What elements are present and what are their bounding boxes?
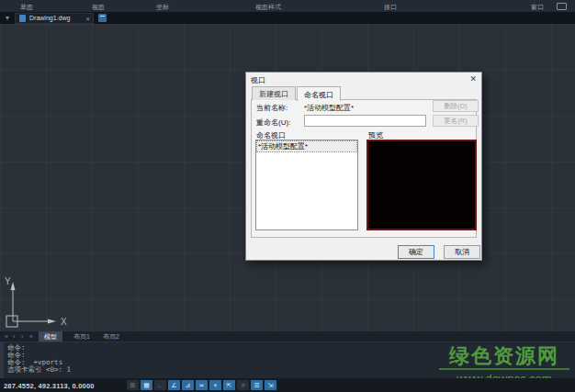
first-tab-nav-icon[interactable]: «	[5, 331, 8, 342]
last-tab-nav-icon[interactable]: »	[29, 331, 33, 342]
next-tab-nav-icon[interactable]: ›	[21, 331, 23, 342]
otrack-icon[interactable]: ≍	[196, 380, 208, 390]
current-name-value: *活动模型配置*	[304, 103, 354, 113]
tab-named-viewports[interactable]: 命名视口	[297, 86, 341, 101]
ucs-x-label: X	[61, 317, 67, 327]
prev-tab-nav-icon[interactable]: ‹	[13, 331, 15, 342]
drawing-tab[interactable]: Drawing1.dwg ×	[15, 13, 94, 24]
dyn-ucs-icon[interactable]: ⌖	[209, 380, 221, 390]
ribbon-bar: 草图 视图 坐标 视图样式 接口 窗口	[0, 0, 575, 13]
selection-cycling-icon[interactable]: ⇲	[265, 380, 276, 390]
polar-icon[interactable]: ∠	[168, 380, 180, 390]
snap-icon[interactable]: ⊞	[127, 380, 139, 390]
status-bar: 287.4552, 492.3113, 0.0000 ⊞▦∟∠⊿≍⌖⇱≡☰⇲	[0, 378, 575, 392]
ribbon-tab-view[interactable]: 视图	[92, 3, 105, 12]
ok-button[interactable]: 确定	[398, 245, 434, 259]
file-tab-bar: ▾ Drawing1.dwg ×	[0, 12, 575, 24]
ribbon-tab-view-style[interactable]: 视图样式	[255, 3, 281, 12]
watermark-title: 绿色资源网	[437, 345, 571, 366]
osnap-icon[interactable]: ⊿	[182, 380, 194, 390]
ribbon-tab-coordinates[interactable]: 坐标	[156, 3, 169, 12]
coordinates-readout: 287.4552, 492.3113, 0.0000	[4, 382, 95, 390]
rename-label: 重命名(U):	[256, 118, 290, 128]
dialog-close-icon[interactable]: ✕	[469, 74, 477, 84]
ribbon-minimize-icon[interactable]	[557, 3, 567, 10]
cad-app-window: 草图 视图 坐标 视图样式 接口 窗口 ▾ Drawing1.dwg × Y X…	[0, 0, 575, 392]
tab-model[interactable]: 模型	[39, 331, 62, 342]
layout-tab-bar: « ‹ › » 模型 布局1 布局2	[0, 331, 575, 342]
named-viewports-list[interactable]: *活动模型配置*	[255, 140, 358, 230]
file-tabs-dropdown-icon[interactable]: ▾	[6, 12, 9, 24]
quick-props-icon[interactable]: ☰	[251, 380, 263, 390]
dyn-input-icon[interactable]: ⇱	[223, 380, 235, 390]
command-history: 命令: 命令: 命令: _+vports 选项卡索引 <0>: 1	[7, 344, 71, 374]
grid-icon[interactable]: ▦	[141, 380, 152, 390]
cancel-button[interactable]: 取消	[444, 245, 480, 259]
dwg-file-icon	[19, 15, 26, 22]
ribbon-tab-window[interactable]: 窗口	[531, 3, 544, 12]
command-panel-grip[interactable]	[0, 342, 4, 379]
delete-button[interactable]: 删除(D)	[433, 100, 479, 112]
tab-new-viewports[interactable]: 新建视口	[252, 86, 296, 100]
viewports-dialog: 视口 ✕ 新建视口 命名视口 当前名称: *活动模型配置* 删除(D) 重命名(…	[245, 72, 482, 261]
ribbon-tab-interface[interactable]: 接口	[384, 3, 397, 12]
ribbon-tab-sketch[interactable]: 草图	[20, 3, 33, 12]
dialog-title-bar[interactable]: 视口 ✕	[246, 73, 481, 85]
dialog-tabs: 新建视口 命名视口	[252, 86, 342, 100]
lineweight-icon[interactable]: ≡	[237, 380, 249, 390]
command-line: 选项卡索引 <0>: 1	[7, 366, 71, 374]
viewport-preview	[366, 140, 477, 230]
new-drawing-icon[interactable]	[98, 14, 107, 22]
rename-button[interactable]: 更名(R)	[433, 115, 479, 127]
current-name-label: 当前名称:	[256, 103, 288, 113]
status-toggles: ⊞▦∟∠⊿≍⌖⇱≡☰⇲	[127, 380, 276, 390]
ucs-y-label: Y	[5, 276, 11, 286]
ortho-icon[interactable]: ∟	[154, 380, 166, 390]
ucs-icon: Y X	[0, 274, 83, 330]
drawing-tab-close-icon[interactable]: ×	[85, 14, 90, 24]
drawing-tab-label: Drawing1.dwg	[29, 15, 70, 21]
dialog-title: 视口	[251, 75, 265, 85]
rename-input[interactable]	[304, 115, 426, 127]
tab-layout2[interactable]: 布局2	[97, 331, 125, 342]
watermark-divider	[439, 368, 569, 370]
list-item[interactable]: *活动模型配置*	[257, 141, 356, 151]
tab-layout1[interactable]: 布局1	[68, 331, 96, 342]
